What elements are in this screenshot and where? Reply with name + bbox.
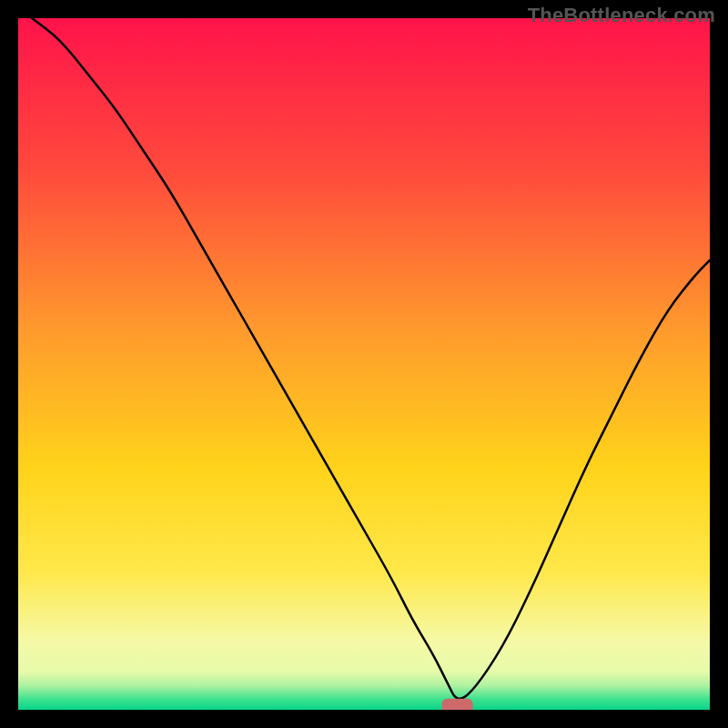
gradient-background: [18, 18, 710, 710]
chart-frame: TheBottleneck.com: [0, 0, 728, 728]
plot-svg: [18, 18, 710, 710]
plot-area: [18, 18, 710, 710]
minimum-marker: [442, 699, 473, 710]
watermark-text: TheBottleneck.com: [528, 4, 715, 27]
